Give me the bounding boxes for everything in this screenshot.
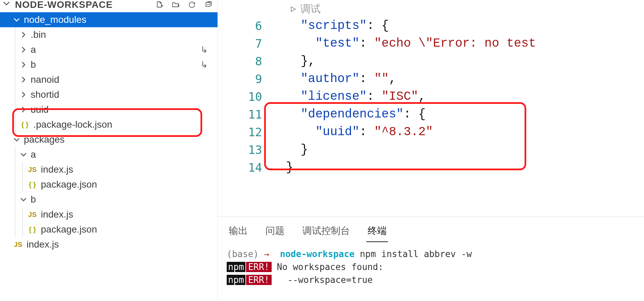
- line-gutter: 67891011121314: [218, 17, 269, 176]
- file-root_index[interactable]: JSindex.js: [0, 237, 218, 252]
- line-number: 7: [218, 35, 262, 52]
- tree-item-label: b: [31, 59, 36, 70]
- folder-a_mod[interactable]: a↳: [0, 42, 218, 57]
- bottom-panel: 输出问题调试控制台终端 (base) → node-workspace npm …: [218, 217, 644, 301]
- folder-b_mod[interactable]: b↳: [0, 57, 218, 72]
- refresh-icon[interactable]: [188, 0, 196, 9]
- folder-node_modules[interactable]: node_modules: [0, 12, 218, 27]
- tree-item-label: node_modules: [24, 14, 86, 25]
- line-number: 13: [218, 141, 262, 159]
- explorer-header: NODE-WORKSPACE: [0, 0, 218, 10]
- symlink-icon: ↳: [200, 45, 208, 55]
- panel-tab-terminal[interactable]: 终端: [366, 222, 388, 242]
- tree-item-label: nanoid: [31, 74, 59, 85]
- folder-pkb[interactable]: b: [0, 192, 218, 207]
- terminal-command: npm install abbrev -w: [360, 249, 472, 259]
- json-file-icon: { }: [27, 226, 37, 234]
- file-pka_index[interactable]: JSindex.js: [0, 162, 218, 177]
- line-number: 11: [218, 106, 262, 123]
- editor-pane: 调试 67891011121314 "scripts": { "test": "…: [218, 0, 644, 301]
- chevron-right-icon[interactable]: [20, 31, 27, 38]
- folder-uuid[interactable]: uuid: [0, 102, 218, 117]
- prompt-arrow-icon: →: [264, 249, 270, 259]
- js-file-icon: JS: [27, 211, 37, 219]
- json-file-icon: { }: [20, 121, 30, 129]
- tree-item-label: package.json: [41, 179, 97, 190]
- code-line[interactable]: },: [286, 52, 543, 70]
- prompt-env: (base): [227, 249, 259, 259]
- js-file-icon: JS: [27, 166, 37, 174]
- tree-item-label: index.js: [27, 239, 59, 250]
- folder-pka[interactable]: a: [0, 147, 218, 162]
- tree-item-label: index.js: [41, 164, 73, 175]
- terminal-text: --workspace=true: [277, 275, 373, 285]
- file-pkglock[interactable]: { }.package-lock.json: [0, 117, 218, 132]
- terminal-line: (base) → node-workspace npm install abbr…: [227, 248, 635, 260]
- chevron-down-icon[interactable]: [3, 0, 10, 10]
- code-line[interactable]: "scripts": {: [286, 17, 543, 35]
- code-line[interactable]: "license": "ISC",: [286, 88, 543, 106]
- chevron-down-icon[interactable]: [20, 196, 27, 203]
- panel-tab-problems[interactable]: 问题: [264, 222, 286, 242]
- file-explorer: NODE-WORKSPACE node_modules.bina↳b↳nanoi…: [0, 0, 218, 301]
- line-number: 9: [218, 70, 262, 88]
- code-body[interactable]: "scripts": { "test": "echo \"Error: no t…: [286, 17, 543, 176]
- tree-item-label: .bin: [31, 29, 46, 40]
- tree-item-label: package.json: [41, 224, 97, 235]
- file-tree: node_modules.bina↳b↳nanoidshortiduuid{ }…: [0, 10, 218, 252]
- code-area[interactable]: 67891011121314 "scripts": { "test": "ech…: [218, 0, 644, 217]
- symlink-icon: ↳: [200, 60, 208, 70]
- code-line[interactable]: "uuid": "^8.3.2": [286, 123, 543, 141]
- code-line[interactable]: }: [286, 159, 543, 176]
- tree-item-label: .package-lock.json: [33, 119, 112, 130]
- chevron-right-icon[interactable]: [20, 76, 27, 83]
- terminal-line: npmERR! --workspace=true: [227, 273, 635, 286]
- json-file-icon: { }: [27, 181, 37, 189]
- error-badge: ERR!: [246, 262, 272, 272]
- workspace-title: NODE-WORKSPACE: [15, 0, 113, 10]
- folder-bin[interactable]: .bin: [0, 27, 218, 42]
- folder-shortid[interactable]: shortid: [0, 87, 218, 102]
- new-folder-icon[interactable]: [171, 0, 180, 9]
- line-number: 6: [218, 17, 262, 35]
- line-number: 10: [218, 88, 262, 106]
- panel-tab-output[interactable]: 输出: [227, 222, 249, 242]
- chevron-down-icon[interactable]: [13, 16, 20, 23]
- chevron-right-icon[interactable]: [20, 46, 27, 53]
- code-line[interactable]: }: [286, 141, 543, 159]
- terminal-text: No workspaces found:: [277, 262, 383, 272]
- file-pka_pkg[interactable]: { }package.json: [0, 177, 218, 192]
- line-number: 12: [218, 123, 262, 141]
- tree-item-label: packages: [24, 134, 65, 145]
- terminal[interactable]: (base) → node-workspace npm install abbr…: [218, 242, 644, 301]
- chevron-down-icon[interactable]: [20, 151, 27, 158]
- folder-nanoid[interactable]: nanoid: [0, 72, 218, 87]
- prompt-path: node-workspace: [280, 249, 355, 259]
- chevron-right-icon[interactable]: [20, 61, 27, 68]
- line-number: 14: [218, 159, 262, 176]
- code-line[interactable]: "test": "echo \"Error: no test: [286, 35, 543, 52]
- line-number: 8: [218, 52, 262, 70]
- terminal-line: npmERR! No workspaces found:: [227, 260, 635, 273]
- code-line[interactable]: "dependencies": {: [286, 106, 543, 123]
- npm-badge: npm: [227, 275, 245, 285]
- chevron-right-icon[interactable]: [20, 91, 27, 98]
- tree-item-label: a: [31, 149, 36, 160]
- tree-item-label: index.js: [41, 209, 73, 220]
- code-line[interactable]: "author": "",: [286, 70, 543, 88]
- chevron-down-icon[interactable]: [13, 136, 20, 143]
- tree-item-label: b: [31, 194, 36, 205]
- collapse-all-icon[interactable]: [204, 0, 213, 9]
- chevron-right-icon[interactable]: [20, 106, 27, 113]
- npm-badge: npm: [227, 262, 245, 272]
- tree-item-label: shortid: [31, 89, 59, 100]
- file-pkb_pkg[interactable]: { }package.json: [0, 222, 218, 237]
- folder-packages[interactable]: packages: [0, 132, 218, 147]
- new-file-icon[interactable]: [155, 0, 164, 9]
- file-pkb_index[interactable]: JSindex.js: [0, 207, 218, 222]
- tree-item-label: a: [31, 44, 36, 55]
- js-file-icon: JS: [13, 241, 23, 249]
- tree-item-label: uuid: [31, 104, 49, 115]
- panel-tabs: 输出问题调试控制台终端: [218, 217, 644, 242]
- panel-tab-debug[interactable]: 调试控制台: [301, 222, 351, 242]
